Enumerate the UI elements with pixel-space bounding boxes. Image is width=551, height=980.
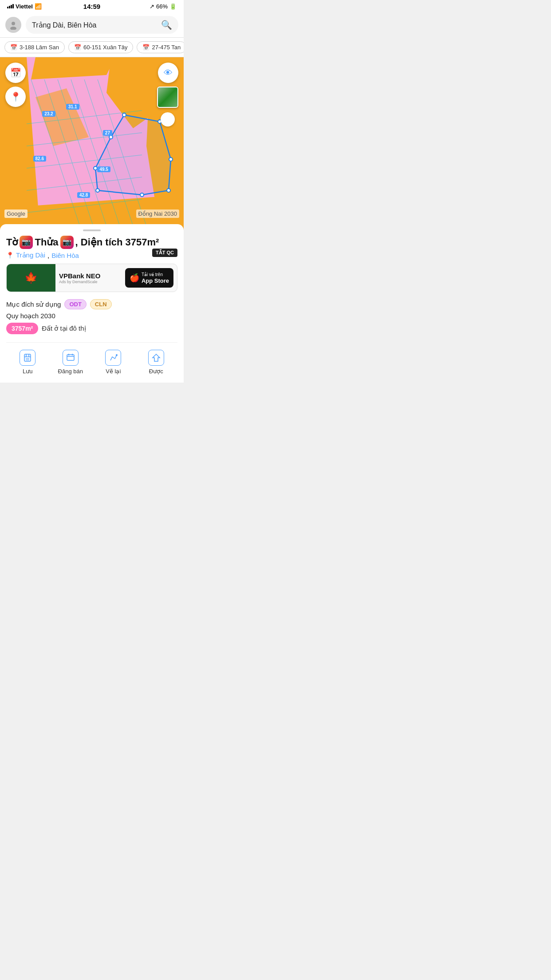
meas-label-5: 42.8 <box>77 192 90 198</box>
dang-ban-label: Đăng bán <box>58 368 83 375</box>
eye-icon: 👁 <box>164 68 173 78</box>
svg-point-1 <box>10 27 16 30</box>
meas-label-1: 31.1 <box>66 104 79 110</box>
signal-icon <box>7 4 14 8</box>
google-watermark: Google <box>4 209 28 218</box>
map-locator-dot <box>161 112 175 126</box>
svg-point-39 <box>116 354 118 356</box>
map-eye-button[interactable]: 👁 <box>158 63 178 83</box>
filter-chip-0[interactable]: 📅 3-188 Lâm San <box>4 41 65 53</box>
ad-demand-scale: Ads by DemandScale <box>59 280 122 284</box>
save-label: Lưu <box>23 368 32 375</box>
svg-point-25 <box>140 193 144 197</box>
quy-hoach-label: Quy hoạch 2030 <box>6 312 55 320</box>
location-arrow-icon: ↗ <box>150 3 154 10</box>
user-avatar[interactable] <box>5 17 21 33</box>
apple-icon: 🍎 <box>130 273 139 283</box>
svg-rect-35 <box>67 355 74 360</box>
svg-point-26 <box>96 189 99 192</box>
ve-lai-button[interactable]: Vẽ lại <box>92 347 135 377</box>
meas-label-0: 23.2 <box>42 111 55 117</box>
dang-ban-button[interactable]: Đăng bán <box>49 347 92 377</box>
dong-nai-watermark: Đồng Nai 2030 <box>136 209 180 218</box>
to-label: Tờ <box>6 236 18 249</box>
drag-handle[interactable] <box>83 229 101 231</box>
area-title: , Diện tích 3757m² <box>75 236 159 249</box>
property-details: Mục đích sử dụng ODT CLN Quy hoạch 2030 … <box>6 296 177 340</box>
map-calendar-button[interactable]: 📅 <box>5 63 26 83</box>
battery-icon: 🔋 <box>169 3 177 10</box>
thua-label: Thửa <box>35 236 58 249</box>
ve-lai-icon <box>105 350 121 366</box>
area-row: 3757m² Đất ở tại đô thị <box>6 323 177 334</box>
search-field[interactable]: Trảng Dài, Biên Hòa 🔍 <box>26 16 178 34</box>
dang-ban-icon <box>63 350 79 366</box>
search-icon[interactable]: 🔍 <box>161 20 172 30</box>
add-location-icon: 📍 <box>10 91 21 102</box>
filter-chip-1[interactable]: 📅 60-151 Xuân Tây <box>68 41 134 53</box>
filter-chip-2[interactable]: 📅 27-475 Tan <box>137 41 184 53</box>
status-time: 14:59 <box>83 3 100 10</box>
property-title: Tờ 📷 Thửa 📷 , Diện tích 3757m² <box>6 236 177 249</box>
map-addlocation-button[interactable]: 📍 <box>5 87 26 107</box>
status-battery: ↗ 66% 🔋 <box>150 3 177 10</box>
cln-badge: CLN <box>90 299 112 309</box>
ad-brand: VPBank NEO Ads by DemandScale <box>55 269 125 287</box>
muc-dich-row: Mục đích sử dụng ODT CLN <box>6 299 177 309</box>
app-store-button[interactable]: 🍎 Tải về trên App Store <box>125 268 173 288</box>
calendar-icon: 📅 <box>10 67 21 78</box>
search-bar: Trảng Dài, Biên Hòa 🔍 <box>0 12 184 38</box>
status-carrier: Viettel 📶 <box>7 3 42 10</box>
svg-point-0 <box>12 22 15 25</box>
map-container[interactable]: 23.2 31.1 27 82.6 49.5 42.8 📅 👁 📍 Google… <box>0 57 184 230</box>
chip-label-0: 3-188 Lâm San <box>20 44 59 51</box>
svg-marker-40 <box>153 354 160 361</box>
ad-logo: 🍁 <box>7 264 55 292</box>
svg-point-27 <box>94 166 97 170</box>
area-badge: 3757m² <box>6 323 38 334</box>
chip-label-2: 27-475 Tan <box>152 44 181 51</box>
vpbank-logo-icon: 🍁 <box>24 272 38 284</box>
area-label: Đất ở tại đô thị <box>42 324 86 332</box>
action-bar: Lưu Đăng bán Vẽ lại <box>6 342 177 383</box>
map-thumbnail[interactable] <box>157 87 178 108</box>
svg-point-24 <box>167 189 170 192</box>
meas-label-2: 27 <box>103 130 112 136</box>
muc-dich-label: Mục đích sử dụng <box>6 300 61 308</box>
location-link-trang-dai[interactable]: Trảng Dài <box>16 251 45 259</box>
chip-calendar-icon-1: 📅 <box>74 44 81 51</box>
store-name: App Store <box>142 277 169 284</box>
save-icon <box>20 350 35 366</box>
duoc-icon <box>148 350 164 366</box>
store-label: Tải về trên <box>142 272 169 277</box>
status-bar: Viettel 📶 14:59 ↗ 66% 🔋 <box>0 0 184 12</box>
ad-brand-name: VPBank NEO <box>59 272 122 280</box>
wifi-icon: 📶 <box>35 3 42 10</box>
chip-label-1: 60-151 Xuân Tây <box>83 44 128 51</box>
odt-badge: ODT <box>64 299 86 309</box>
svg-point-21 <box>122 113 126 117</box>
save-button[interactable]: Lưu <box>6 347 49 377</box>
search-value: Trảng Dài, Biên Hòa <box>32 21 96 29</box>
instagram-icon-2: 📷 <box>60 236 74 249</box>
svg-point-28 <box>109 135 113 139</box>
duoc-button[interactable]: Được <box>135 347 178 377</box>
svg-point-23 <box>169 158 173 161</box>
map-svg <box>0 57 184 230</box>
chip-calendar-icon-2: 📅 <box>142 44 150 51</box>
filter-chips-container: 📅 3-188 Lâm San 📅 60-151 Xuân Tây 📅 27-4… <box>0 38 184 57</box>
ad-banner[interactable]: 🍁 VPBank NEO Ads by DemandScale 🍎 Tải về… <box>6 264 177 292</box>
chip-calendar-icon: 📅 <box>10 44 17 51</box>
bottom-panel: Tờ 📷 Thửa 📷 , Diện tích 3757m² 📍 Trảng D… <box>0 224 184 383</box>
meas-label-4: 49.5 <box>97 166 110 172</box>
duoc-label: Được <box>149 368 163 375</box>
meas-label-3: 82.6 <box>33 156 46 162</box>
location-pin-icon: 📍 <box>6 252 14 259</box>
close-ad-button[interactable]: TẮT QC <box>152 249 177 257</box>
ve-lai-label: Vẽ lại <box>106 368 121 375</box>
quy-hoach-row: Quy hoạch 2030 <box>6 312 177 320</box>
instagram-icon-1: 📷 <box>20 236 33 249</box>
location-link-bien-hoa[interactable]: Biên Hòa <box>51 252 79 259</box>
